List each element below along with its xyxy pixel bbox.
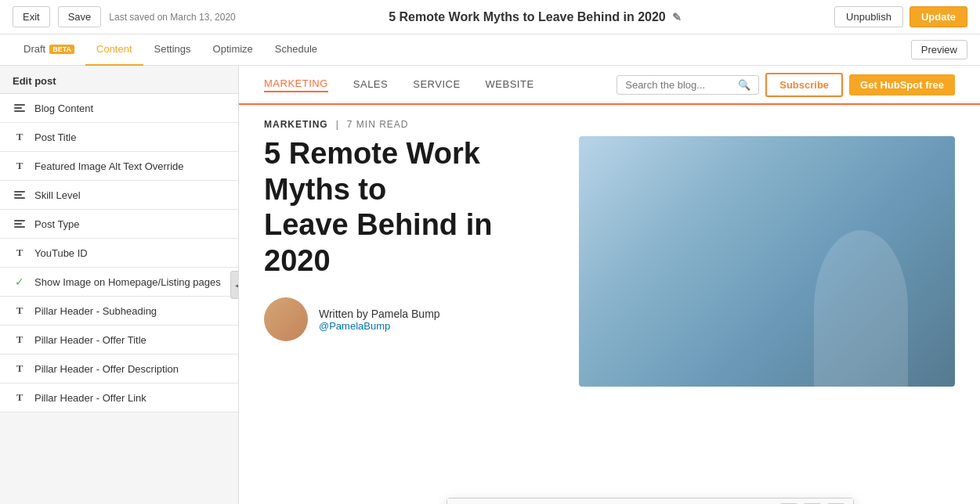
author-handle[interactable]: @PamelaBump <box>319 320 440 332</box>
sidebar-item-post-type[interactable]: Post Type <box>0 210 238 239</box>
blog-nav-service[interactable]: SERVICE <box>413 78 460 92</box>
sidebar-item-label: YouTube ID <box>34 247 88 259</box>
last-saved-text: Last saved on March 13, 2020 <box>109 12 235 23</box>
t-icon: T <box>13 362 27 376</box>
blog-featured-image <box>579 136 955 387</box>
t-icon: T <box>13 304 27 318</box>
nav-tabs: Draft BETA Content Settings Optimize Sch… <box>0 34 980 66</box>
t-icon: T <box>13 246 27 260</box>
author-written-by: Written by Pamela Bump <box>319 308 440 320</box>
post-title-display: 5 Remote Work Myths to Leave Behind in 2… <box>389 10 682 24</box>
edit-title-icon[interactable]: ✎ <box>672 11 682 23</box>
lines-icon <box>13 101 27 115</box>
sidebar-item-label: Pillar Header - Offer Link <box>34 392 146 404</box>
t-icon: T <box>13 391 27 405</box>
blog-main-content: 5 Remote Work Myths to Leave Behind in 2… <box>264 136 955 387</box>
sidebar-collapse-button[interactable]: ◀ <box>230 271 239 299</box>
unpublish-button[interactable]: Unpublish <box>834 6 903 27</box>
sidebar-item-youtube-id[interactable]: T YouTube ID <box>0 239 238 268</box>
sidebar-item-blog-content[interactable]: Blog Content <box>0 94 238 123</box>
author-section: Written by Pamela Bump @PamelaBump <box>264 297 563 341</box>
tab-draft[interactable]: Draft BETA <box>13 34 85 66</box>
lines-icon <box>13 188 27 202</box>
sidebar-item-label: Skill Level <box>34 189 81 201</box>
blog-tag: MARKETING <box>264 119 328 130</box>
sidebar-item-post-title[interactable]: T Post Title <box>0 123 238 152</box>
author-name: Pamela Bump <box>371 308 440 320</box>
author-avatar <box>264 297 308 341</box>
top-bar: Exit Save Last saved on March 13, 2020 5… <box>0 0 980 34</box>
tab-schedule[interactable]: Schedule <box>264 34 328 66</box>
snippet-toolbar: ✕ ✎ ⤢ <box>447 499 853 504</box>
t-icon: T <box>13 130 27 144</box>
blog-preview: MARKETING SALES SERVICE WEBSITE 🔍 Subscr… <box>239 66 980 504</box>
content-area: MARKETING SALES SERVICE WEBSITE 🔍 Subscr… <box>239 66 980 504</box>
sidebar-item-label: Featured Image Alt Text Override <box>34 160 184 172</box>
tab-content[interactable]: Content <box>85 34 143 66</box>
blog-nav-website[interactable]: WEBSITE <box>486 78 534 92</box>
sidebar-item-label: Blog Content <box>34 103 93 114</box>
sidebar-item-show-image[interactable]: ✓ Show Image on Homepage/Listing pages <box>0 268 238 297</box>
beta-badge: BETA <box>49 45 74 54</box>
sidebar: Edit post ◀ Blog Content T Post Title T … <box>0 66 239 504</box>
get-hubspot-button[interactable]: Get HubSpot free <box>849 74 955 95</box>
preview-button[interactable]: Preview <box>911 40 967 59</box>
sidebar-item-skill-level[interactable]: Skill Level <box>0 181 238 210</box>
search-input[interactable] <box>625 79 735 91</box>
post-title-text: 5 Remote Work Myths to Leave Behind in 2… <box>389 10 666 24</box>
t-icon: T <box>13 333 27 347</box>
update-button[interactable]: Update <box>909 6 967 27</box>
read-time: 7 MIN READ <box>347 119 409 130</box>
blog-content: MARKETING | 7 MIN READ 5 Remote Work Myt… <box>239 105 980 504</box>
blog-tag-line: MARKETING | 7 MIN READ <box>264 105 955 136</box>
blog-search-bar: 🔍 Subscribe Get HubSpot free <box>617 73 955 97</box>
sidebar-item-pillar-offer-link[interactable]: T Pillar Header - Offer Link <box>0 383 238 412</box>
save-button[interactable]: Save <box>58 6 102 27</box>
author-info: Written by Pamela Bump @PamelaBump <box>319 308 440 332</box>
sidebar-item-label: Pillar Header - Offer Description <box>34 363 179 375</box>
top-bar-left: Exit Save Last saved on March 13, 2020 <box>13 6 236 27</box>
sidebar-item-label: Show Image on Homepage/Listing pages <box>34 276 221 288</box>
tab-settings[interactable]: Settings <box>143 34 202 66</box>
search-input-wrap: 🔍 <box>617 75 759 95</box>
sidebar-item-pillar-offer-desc[interactable]: T Pillar Header - Offer Description <box>0 355 238 383</box>
sidebar-item-label: Post Type <box>34 218 80 230</box>
t-icon: T <box>13 159 27 173</box>
subscribe-button[interactable]: Subscribe <box>765 73 843 97</box>
lines-icon <box>13 217 27 231</box>
blog-nav-marketing[interactable]: MARKETING <box>264 77 328 92</box>
sidebar-item-featured-image-alt[interactable]: T Featured Image Alt Text Override <box>0 152 238 181</box>
blog-nav: MARKETING SALES SERVICE WEBSITE 🔍 Subscr… <box>239 66 980 105</box>
blog-title: 5 Remote Work Myths to Leave Behind in 2… <box>264 136 563 279</box>
sidebar-item-label: Pillar Header - Subheading <box>34 305 157 317</box>
text-snippet-overlay: ✕ ✎ ⤢ When you Google image search remot… <box>447 498 854 504</box>
check-icon: ✓ <box>13 275 27 289</box>
blog-text-side: 5 Remote Work Myths to Leave Behind in 2… <box>264 136 563 341</box>
sidebar-header: Edit post <box>0 66 238 94</box>
sidebar-item-pillar-offer-title[interactable]: T Pillar Header - Offer Title <box>0 326 238 355</box>
sidebar-item-label: Pillar Header - Offer Title <box>34 334 146 346</box>
main-layout: Edit post ◀ Blog Content T Post Title T … <box>0 66 980 504</box>
tab-optimize[interactable]: Optimize <box>202 34 264 66</box>
exit-button[interactable]: Exit <box>13 6 50 27</box>
blog-nav-sales[interactable]: SALES <box>353 78 388 92</box>
search-icon: 🔍 <box>738 79 750 91</box>
tag-separator: | <box>336 119 339 130</box>
sidebar-item-label: Post Title <box>34 131 76 143</box>
top-bar-right: Unpublish Update <box>834 6 967 27</box>
sidebar-item-pillar-subheading[interactable]: T Pillar Header - Subheading <box>0 297 238 326</box>
